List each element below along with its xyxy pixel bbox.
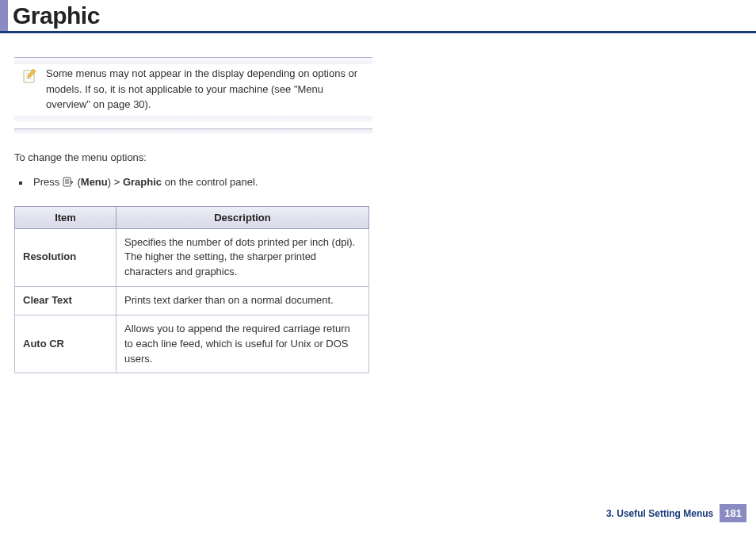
page-title: Graphic xyxy=(8,0,100,31)
col-item-header: Item xyxy=(15,206,116,228)
description-cell: Prints text darker than on a normal docu… xyxy=(116,287,369,315)
table-row: Clear Text Prints text darker than on a … xyxy=(15,287,369,315)
item-cell: Clear Text xyxy=(15,287,116,315)
menu-label: Menu xyxy=(81,176,108,188)
bullet-icon xyxy=(19,182,22,185)
page-footer: 3. Useful Setting Menus 181 xyxy=(606,504,746,522)
note-container: Some menus may not appear in the display… xyxy=(14,57,372,134)
description-cell: Specifies the number of dots printed per… xyxy=(116,228,369,287)
footer-chapter-label: 3. Useful Setting Menus xyxy=(606,508,713,519)
note-text: Some menus may not appear in the display… xyxy=(46,66,360,113)
footer-page-number: 181 xyxy=(720,504,746,522)
settings-table: Item Description Resolution Specifies th… xyxy=(14,206,369,374)
table-header-row: Item Description xyxy=(15,206,369,228)
table-row: Auto CR Allows you to append the require… xyxy=(15,315,369,373)
intro-text: To change the menu options: xyxy=(14,151,372,163)
instruction-text: Press (Menu) > Graphic on the control pa… xyxy=(33,176,258,190)
instruction-paren-close: ) > xyxy=(108,176,123,188)
instruction-row: Press (Menu) > Graphic on the control pa… xyxy=(19,176,372,190)
col-description-header: Description xyxy=(116,206,369,228)
description-cell: Allows you to append the required carria… xyxy=(116,315,369,373)
table-row: Resolution Specifies the number of dots … xyxy=(15,228,369,287)
graphic-label: Graphic xyxy=(123,176,162,188)
item-cell: Auto CR xyxy=(15,315,116,373)
menu-button-icon xyxy=(63,177,74,190)
instruction-prefix: Press xyxy=(33,176,63,188)
instruction-suffix: on the control panel. xyxy=(162,176,258,188)
note-bottom-divider xyxy=(14,128,372,134)
item-cell: Resolution xyxy=(15,228,116,287)
header-accent-bar xyxy=(0,0,8,31)
page-header: Graphic xyxy=(0,0,756,33)
note-pencil-icon xyxy=(22,67,38,85)
note-box: Some menus may not appear in the display… xyxy=(14,57,372,122)
main-content: Some menus may not appear in the display… xyxy=(0,33,372,373)
